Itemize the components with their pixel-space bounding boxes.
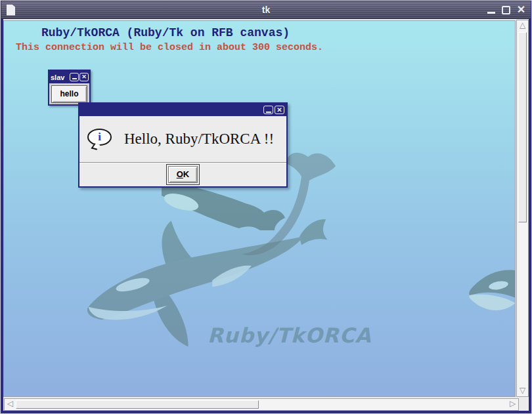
minimize-icon: [266, 108, 271, 113]
slave-window-title: slav: [51, 73, 70, 81]
info-i-glyph: i: [87, 131, 112, 144]
close-icon: ✕: [81, 74, 87, 80]
ok-button[interactable]: OK: [168, 166, 198, 183]
message-dialog: ✕ i Hello, Ruby/TkORCA !! OK: [78, 102, 288, 188]
document-icon: [7, 5, 15, 16]
dialog-titlebar[interactable]: ✕: [79, 104, 286, 116]
horizontal-scrollbar-thumb[interactable]: [16, 400, 259, 409]
hello-button[interactable]: hello: [51, 85, 87, 103]
dialog-message-row: i Hello, Ruby/TkORCA !!: [79, 116, 286, 162]
scroll-left-icon[interactable]: ◁: [5, 399, 16, 409]
ok-button-focus-ring: OK: [166, 164, 200, 185]
watermark-text: Ruby/TkORCA: [208, 323, 371, 347]
close-icon: ✕: [277, 107, 282, 114]
info-icon: i: [87, 127, 114, 152]
slave-window: slav ✕ hello: [48, 70, 91, 106]
minimize-icon: [487, 6, 495, 14]
slave-close-button[interactable]: ✕: [79, 73, 89, 81]
tk-window: tk ✕: [0, 0, 532, 414]
minimize-button[interactable]: [484, 3, 498, 16]
orca-right-edge-image: [460, 266, 516, 318]
ok-label-rest: K: [183, 169, 189, 179]
scroll-down-icon[interactable]: ▽: [517, 386, 528, 396]
timeout-warning-text: This connection will be closed in about …: [16, 42, 323, 53]
scroll-up-icon[interactable]: △: [517, 20, 528, 31]
maximize-button[interactable]: [499, 3, 513, 16]
minimize-icon: [72, 75, 77, 79]
scroll-right-icon[interactable]: ▷: [507, 399, 518, 409]
dialog-button-row: OK: [79, 163, 286, 185]
close-icon: ✕: [517, 5, 525, 15]
window-controls: ✕: [484, 3, 528, 16]
main-area: Ruby/TkORCA (Ruby/Tk on RFB canvas) This…: [3, 19, 529, 411]
page-title: Ruby/TkORCA (Ruby/Tk on RFB canvas): [41, 26, 290, 39]
window-title: tk: [1, 5, 531, 15]
vertical-scrollbar[interactable]: △ ▽: [516, 20, 529, 397]
slave-minimize-button[interactable]: [70, 73, 79, 81]
rfb-canvas[interactable]: Ruby/TkORCA (Ruby/Tk on RFB canvas) This…: [3, 20, 516, 397]
window-titlebar[interactable]: tk ✕: [1, 1, 531, 19]
maximize-icon: [502, 6, 510, 14]
dialog-close-button[interactable]: ✕: [275, 106, 284, 114]
close-button[interactable]: ✕: [514, 3, 528, 16]
dialog-message: Hello, Ruby/TkORCA !!: [124, 131, 274, 148]
horizontal-scrollbar[interactable]: ◁ ▷: [4, 398, 519, 411]
vertical-scrollbar-thumb[interactable]: [518, 32, 527, 222]
dialog-minimize-button[interactable]: [263, 106, 273, 114]
slave-window-titlebar[interactable]: slav ✕: [49, 71, 89, 83]
ok-label-mnemonic: O: [177, 169, 183, 179]
